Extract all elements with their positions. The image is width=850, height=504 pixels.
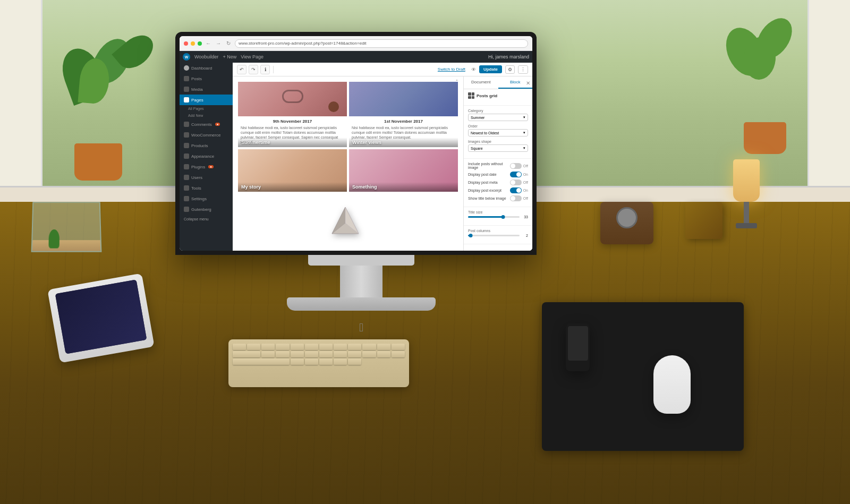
toggle-label-include-posts: Include posts without image xyxy=(468,162,510,169)
sidebar-item-dashboard[interactable]: Dashboard xyxy=(180,63,233,73)
preview-icon[interactable]: 👁 xyxy=(471,67,476,72)
post-title-something: Something xyxy=(349,182,458,192)
post-columns-slider[interactable] xyxy=(468,235,520,236)
key xyxy=(233,358,290,365)
key xyxy=(233,344,246,350)
toggle-status-post-meta: Off xyxy=(523,181,528,184)
plugins-badge: ● xyxy=(208,165,214,168)
category-select[interactable]: Summer ▾ xyxy=(468,114,528,121)
sidebar-item-settings[interactable]: Settings xyxy=(180,193,233,204)
toggle-knob xyxy=(511,164,515,168)
sidebar-item-collapse[interactable]: Collapse menu xyxy=(180,215,233,224)
terrarium-plant xyxy=(48,229,60,249)
block-panel-close-button[interactable]: ✕ xyxy=(526,80,530,86)
sidebar-item-plugins[interactable]: Plugins ● xyxy=(180,161,233,172)
browser-url-text: www.storefront-pro.com/wp-admin/post.php… xyxy=(239,41,367,46)
wp-logo[interactable]: W xyxy=(183,53,190,61)
key xyxy=(305,358,318,365)
toggle-title-below[interactable] xyxy=(510,195,522,201)
mouse xyxy=(653,355,691,414)
sidebar-item-gutenberg[interactable]: Gutenberg xyxy=(180,204,233,215)
desk-scene: ← → ↻ www.storefront-pro.com/wp-admin/po… xyxy=(0,0,850,504)
toggle-knob-date xyxy=(516,172,521,177)
sidebar-item-pages[interactable]: Pages xyxy=(180,95,233,105)
phone xyxy=(566,323,590,371)
toggle-status-include-posts: Off xyxy=(523,164,528,168)
post-item-something[interactable]: Something xyxy=(349,149,458,192)
sidebar-item-appearance[interactable]: Appearance xyxy=(180,151,233,161)
sidebar-item-woocommerce[interactable]: WooCommerce xyxy=(180,130,233,140)
gutenberg-icon xyxy=(184,207,189,212)
key xyxy=(319,344,333,350)
tablet-screen-content xyxy=(55,279,147,354)
key xyxy=(305,344,318,350)
sidebar-item-users[interactable]: Users xyxy=(180,172,233,183)
images-shape-select[interactable]: Square ▾ xyxy=(468,144,528,152)
toggle-status-post-date: On xyxy=(523,173,528,176)
adminbar-item-view[interactable]: View Page xyxy=(241,54,264,59)
toolbar-info-button[interactable]: ℹ xyxy=(260,65,270,74)
key xyxy=(247,344,260,350)
sidebar-item-tools[interactable]: Tools xyxy=(180,183,233,193)
switch-to-draft-link[interactable]: Switch to Draft xyxy=(438,67,465,72)
key xyxy=(377,344,390,350)
settings-icon xyxy=(184,196,189,201)
key xyxy=(291,344,304,350)
monitor: ← → ↻ www.storefront-pro.com/wp-admin/po… xyxy=(175,32,547,311)
toggle-status-post-excerpt: On xyxy=(523,189,528,192)
wp-admin-bar: W Woobuilder + New View Page Hi, james m… xyxy=(180,51,532,63)
adminbar-item-new[interactable]: + New xyxy=(223,54,236,59)
sidebar-subitem-addnew[interactable]: Add New xyxy=(180,112,233,119)
category-chevron-icon: ▾ xyxy=(523,115,525,119)
post-image-summertime xyxy=(238,82,347,116)
post-item-summertime[interactable]: Summertime 9th November 2017 Nisi habita… xyxy=(238,82,347,147)
title-size-slider[interactable] xyxy=(468,216,520,218)
toggle-post-excerpt[interactable] xyxy=(510,187,522,193)
toggle-post-date[interactable] xyxy=(510,172,522,177)
post-item-mystory[interactable]: My story xyxy=(238,149,347,192)
toolbar-undo-button[interactable]: ↶ xyxy=(237,65,246,74)
monitor-stand-base xyxy=(287,297,436,311)
terrarium xyxy=(32,201,106,260)
browser-refresh-button[interactable]: ↻ xyxy=(225,40,232,47)
products-icon xyxy=(184,143,189,148)
browser-close-dot[interactable] xyxy=(184,41,188,46)
browser-minimize-dot[interactable] xyxy=(191,41,195,46)
images-shape-chevron-icon: ▾ xyxy=(523,146,525,150)
more-options-button[interactable]: ⋮ xyxy=(518,65,528,74)
browser-chrome: ← → ↻ www.storefront-pro.com/wp-admin/po… xyxy=(180,36,532,51)
block-title-section: Posts grid xyxy=(464,89,532,106)
toggle-row-include-posts: Include posts without image Off xyxy=(468,162,528,169)
lamp-right-pole xyxy=(744,202,749,223)
media-icon xyxy=(184,87,189,92)
dashboard-icon xyxy=(184,65,189,71)
key xyxy=(334,351,347,357)
post-columns-section: Post columns 2 xyxy=(464,226,532,244)
key xyxy=(362,351,376,357)
sidebar-subitem-allpages[interactable]: All Pages xyxy=(180,105,233,112)
toggle-post-meta[interactable] xyxy=(510,180,522,185)
browser-forward-button[interactable]: → xyxy=(215,40,222,47)
terrarium-sand xyxy=(32,240,101,251)
browser-maximize-dot[interactable] xyxy=(198,41,202,46)
sidebar-item-comments[interactable]: Comments ● xyxy=(180,119,233,130)
adminbar-item-woobuilder[interactable]: Woobuilder xyxy=(194,54,218,59)
sidebar-item-products[interactable]: Products xyxy=(180,140,233,151)
browser-back-button[interactable]: ← xyxy=(205,40,212,47)
block-type-label: Posts grid xyxy=(477,93,497,98)
browser-url-bar[interactable]: www.storefront-pro.com/wp-admin/post.php… xyxy=(235,39,528,48)
post-item-winter[interactable]: Winter views 1st November 2017 Nisi habi… xyxy=(349,82,458,147)
toggles-section: Include posts without image Off xyxy=(464,159,532,207)
tab-document[interactable]: Document xyxy=(464,76,498,89)
toggle-include-posts[interactable] xyxy=(510,163,522,169)
settings-button[interactable]: ⚙ xyxy=(505,65,515,74)
order-value: Newest to Oldest xyxy=(471,131,499,135)
order-select[interactable]: Newest to Oldest ▾ xyxy=(468,129,528,136)
key xyxy=(377,351,390,357)
images-shape-value: Square xyxy=(471,147,483,150)
toolbar-redo-button[interactable]: ↷ xyxy=(249,65,258,74)
update-button[interactable]: Update xyxy=(479,65,502,73)
sidebar-item-media[interactable]: Media xyxy=(180,84,233,95)
toggle-label-title-below: Show title below image xyxy=(468,197,506,200)
sidebar-item-posts[interactable]: Posts xyxy=(180,73,233,84)
